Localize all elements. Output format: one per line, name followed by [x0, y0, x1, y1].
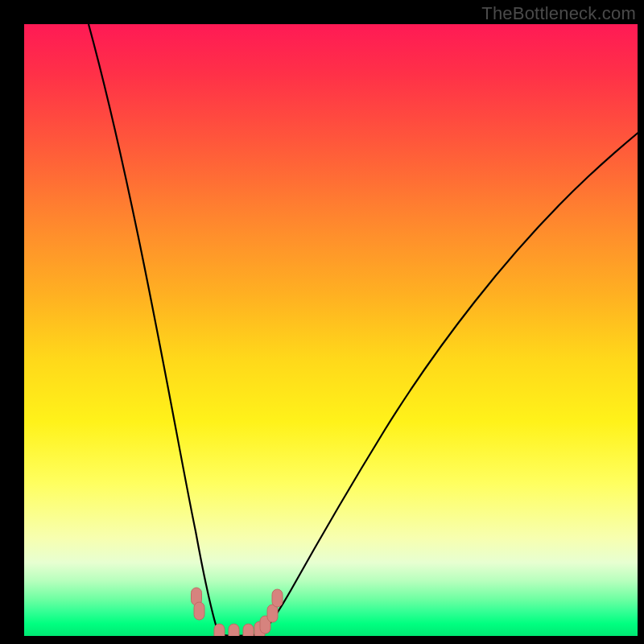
bottleneck-curve [89, 24, 638, 636]
marker [243, 624, 254, 636]
marker [272, 589, 283, 607]
curve-layer [24, 24, 638, 636]
marker [214, 624, 225, 636]
marker [194, 602, 204, 620]
marker-group [192, 588, 283, 636]
chart-frame: TheBottleneck.com [0, 0, 644, 644]
watermark-text: TheBottleneck.com [481, 3, 636, 24]
plot-area [24, 24, 638, 636]
marker [229, 624, 239, 636]
